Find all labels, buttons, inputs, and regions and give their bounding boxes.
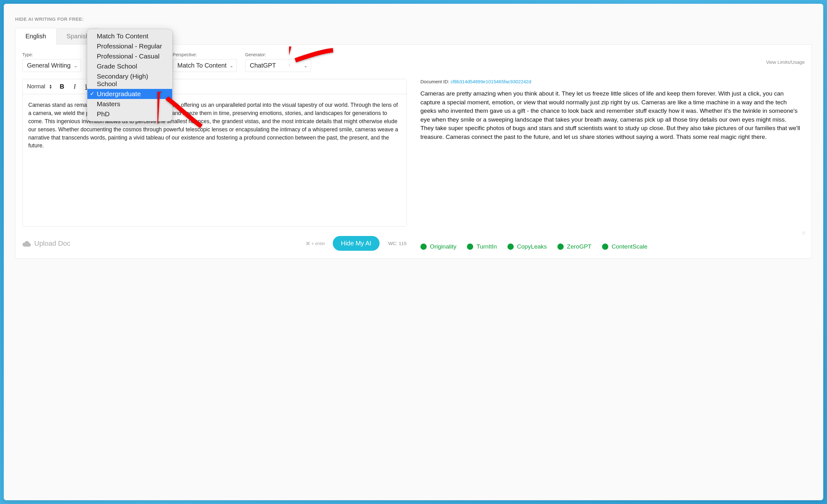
document-id-row: Document ID: cf8b314d54899e1015465fac930… [421,79,805,84]
dropdown-option[interactable]: Grade School [87,61,172,71]
editor-column: Normal ▴▾ B I U Cameras stand as remarka… [22,79,406,251]
italic-button[interactable]: I [72,82,77,91]
output-text[interactable]: Cameras are pretty amazing when you thin… [421,89,805,234]
detector-contentscale[interactable]: ContentScale [602,243,647,250]
output-box: Cameras are pretty amazing when you thin… [421,89,805,234]
app-window: HIDE AI WRITING FOR FREE: English Spanis… [4,4,823,500]
document-id-link[interactable]: cf8b314d54899e1015465fac9302242d [450,79,531,84]
editor-box: Normal ▴▾ B I U Cameras stand as remarka… [22,79,406,226]
hide-my-ai-button[interactable]: Hide My AI [333,236,380,251]
perspective-select[interactable]: Match To Content ⌄ [173,59,237,72]
generator-label: Generator: [245,52,311,57]
detector-label: Originality [430,243,456,250]
upload-doc-label: Upload Doc [34,240,70,248]
detector-zerogpt[interactable]: ZeroGPT [557,243,591,250]
detector-copyleaks[interactable]: CopyLeaks [507,243,547,250]
readability-dropdown: Match To Content Professional - Regular … [87,29,173,121]
caret-updown-icon: ▴▾ [50,84,52,89]
editor-toolbar: Normal ▴▾ B I U [22,79,406,94]
type-value: General Writing [27,62,71,69]
keyboard-hint: ⌘ + enter [306,241,325,246]
detector-label: CopyLeaks [517,243,547,250]
perspective-control: Perspective: Match To Content ⌄ [173,52,237,72]
status-dot-icon [467,244,473,250]
generator-control: Generator: ChatGPT ⌄ [245,52,311,72]
detector-turnitin[interactable]: TurnItIn [467,243,497,250]
editor-textarea[interactable]: Cameras stand as remarkable testaments t… [22,94,406,226]
document-id-label: Document ID: [421,79,450,84]
detector-label: TurnItIn [476,243,497,250]
status-dot-icon [557,244,564,250]
dropdown-option[interactable]: Professional - Casual [87,51,172,61]
upload-doc-button[interactable]: Upload Doc [22,240,70,248]
generator-value: ChatGPT [250,62,276,69]
editor-bottom-row: Upload Doc ⌘ + enter Hide My AI WC: 115 [22,236,406,251]
format-value: Normal [27,83,45,90]
chevron-down-icon: ⌄ [74,63,78,68]
resize-handle-icon[interactable] [801,230,806,235]
detector-label: ZeroGPT [567,243,591,250]
bold-button[interactable]: B [58,82,65,91]
view-limits-link[interactable]: View Limits/Usage [766,59,805,65]
word-count: WC: 115 [388,241,406,246]
type-control: Type: General Writing ⌄ [22,52,81,72]
dropdown-option[interactable]: PhD [87,109,172,119]
chevron-down-icon: ⌄ [230,63,234,68]
status-dot-icon [421,244,427,250]
perspective-label: Perspective: [173,52,237,57]
page-tagline: HIDE AI WRITING FOR FREE: [15,16,812,22]
dropdown-option[interactable]: Professional - Regular [87,41,172,51]
format-select[interactable]: Normal ▴▾ [27,83,52,90]
dropdown-option-selected[interactable]: Undergraduate [87,89,172,99]
tab-english[interactable]: English [15,28,57,44]
main-panel: Type: General Writing ⌄ Match To Content… [15,45,812,259]
status-dot-icon [602,244,608,250]
controls-row: Type: General Writing ⌄ Match To Content… [22,52,805,72]
detector-label: ContentScale [612,243,647,250]
dropdown-option[interactable]: Masters [87,99,172,109]
status-dot-icon [507,244,514,250]
dropdown-option[interactable]: Match To Content [87,31,172,41]
generator-select[interactable]: ChatGPT ⌄ [245,59,311,72]
chevron-down-icon: ⌄ [304,63,308,68]
detector-originality[interactable]: Originality [421,243,456,250]
type-select[interactable]: General Writing ⌄ [22,59,81,72]
output-column: Document ID: cf8b314d54899e1015465fac930… [421,79,805,251]
dropdown-option[interactable]: Secondary (High) School [87,71,172,89]
perspective-value: Match To Content [178,62,227,69]
detector-row: Originality TurnItIn CopyLeaks ZeroGPT C… [421,243,805,250]
cloud-icon [22,240,31,247]
type-label: Type: [22,52,81,57]
